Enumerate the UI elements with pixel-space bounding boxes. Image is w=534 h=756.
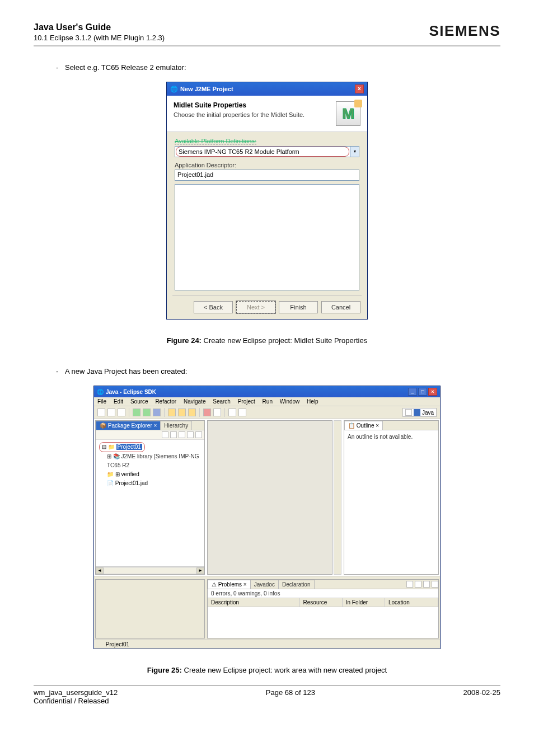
filter-icon[interactable] — [406, 581, 413, 588]
descriptor-area — [175, 184, 359, 290]
col-infolder[interactable]: In Folder — [343, 598, 385, 607]
toolbar-icon[interactable] — [153, 408, 161, 416]
tab-package-explorer[interactable]: 📦 Package Explorer × — [96, 421, 161, 430]
midlet-suite-subtitle: Choose the initial properties for the Mi… — [174, 111, 336, 118]
toolbar-icon[interactable] — [107, 408, 115, 416]
figure-25-label: Figure 25: — [147, 666, 182, 674]
new-package-icon[interactable] — [178, 408, 186, 416]
ide-toolbar: Java — [94, 406, 440, 419]
tree-project-label: Project01 — [116, 444, 142, 450]
toolbar-icon[interactable] — [118, 408, 125, 416]
close-icon[interactable]: × — [428, 388, 437, 396]
scroll-left-icon[interactable]: ◄ — [96, 567, 104, 574]
project-tree[interactable]: ⊟ 📁 Project01 ⊞ 📚 J2ME library [Siemens … — [96, 440, 204, 490]
chevron-down-icon[interactable]: ▾ — [350, 147, 359, 157]
midlet-m-glyph: M — [342, 105, 354, 123]
finish-button[interactable]: Finish — [279, 301, 318, 313]
midlet-suite-title: Midlet Suite Properties — [174, 101, 336, 109]
figure-25-wrap: 🌐 Java - Eclipse SDK _ □ × File Edit Sou… — [34, 386, 500, 649]
menu-navigate[interactable]: Navigate — [184, 398, 205, 405]
menu-window[interactable]: Window — [280, 398, 300, 405]
bullet-2-text: A new Java Project has been created: — [65, 367, 187, 375]
back-icon[interactable] — [228, 408, 236, 416]
footer-filename: wm_java_usersguide_v12 — [34, 688, 118, 697]
open-perspective-icon[interactable] — [405, 409, 412, 416]
app-descriptor-label: Application Descriptor: — [175, 162, 359, 168]
menu-icon[interactable] — [415, 581, 421, 588]
close-icon[interactable]: × — [355, 84, 364, 93]
minimize-view-icon[interactable] — [423, 581, 430, 588]
col-resource[interactable]: Resource — [300, 598, 343, 607]
menu-source[interactable]: Source — [130, 398, 148, 405]
figure-25-text: Create new Eclipse project: work area wi… — [182, 666, 387, 674]
maximize-icon[interactable]: □ — [418, 388, 427, 396]
tree-verified-folder[interactable]: ⊞ verified — [107, 470, 201, 479]
scroll-right-icon[interactable]: ► — [196, 567, 204, 574]
problems-columns: Description Resource In Folder Location — [208, 598, 438, 607]
menu-project[interactable]: Project — [238, 398, 255, 405]
siemens-logo: SIEMENS — [429, 22, 500, 40]
tree-library-label: J2ME library [Siemens IMP-NG TC65 R2 — [107, 453, 199, 468]
page-footer: wm_java_usersguide_v12 Page 68 of 123 20… — [34, 685, 500, 705]
platform-combo-value: Siemens IMP-NG TC65 R2 Module Platform — [176, 147, 349, 157]
ide-title-text: Java - Eclipse SDK — [106, 389, 156, 395]
next-button[interactable]: Next > — [236, 301, 275, 313]
toolbar-icon[interactable] — [188, 408, 196, 416]
app-descriptor-field[interactable]: Project01.jad — [175, 170, 359, 181]
debug-icon[interactable] — [133, 408, 140, 416]
new-j2me-dialog: 🌐 New J2ME Project × Midlet Suite Proper… — [166, 82, 368, 320]
editor-trim — [334, 420, 341, 575]
menu-icon[interactable] — [195, 431, 202, 438]
forward-icon[interactable] — [238, 408, 246, 416]
back-icon[interactable] — [162, 431, 168, 438]
menu-run[interactable]: Run — [263, 398, 273, 405]
run-icon[interactable] — [143, 408, 151, 416]
link-icon[interactable] — [187, 431, 194, 438]
package-explorer-view: 📦 Package Explorer × Hierarchy — [95, 420, 205, 575]
eclipse-ide-window: 🌐 Java - Eclipse SDK _ □ × File Edit Sou… — [93, 386, 441, 649]
tab-outline[interactable]: 📋 Outline × — [344, 421, 383, 430]
horizontal-scrollbar[interactable]: ◄ ► — [96, 566, 204, 574]
ide-statusbar: Project01 — [94, 640, 440, 649]
col-location[interactable]: Location — [385, 598, 438, 607]
new-class-icon[interactable] — [168, 408, 176, 416]
perspective-switcher[interactable]: Java — [402, 408, 437, 417]
tab-problems-label: Problems — [218, 581, 242, 588]
tab-declaration[interactable]: Declaration — [278, 580, 315, 589]
maximize-view-icon[interactable] — [432, 581, 438, 588]
tab-hierarchy[interactable]: Hierarchy — [160, 421, 192, 430]
menu-help[interactable]: Help — [307, 398, 318, 405]
footer-classification: Confidential / Released — [34, 697, 500, 705]
col-description[interactable]: Description — [208, 598, 300, 607]
tree-jad-file[interactable]: Project01.jad — [107, 479, 201, 488]
menu-refactor[interactable]: Refactor — [155, 398, 176, 405]
problems-summary: 0 errors, 0 warnings, 0 infos — [208, 589, 438, 598]
dialog-titlebar[interactable]: 🌐 New J2ME Project × — [167, 82, 367, 96]
ide-menubar[interactable]: File Edit Source Refactor Navigate Searc… — [94, 397, 440, 406]
collapse-icon[interactable] — [179, 431, 185, 438]
forward-icon[interactable] — [170, 431, 177, 438]
platform-combo[interactable]: Siemens IMP-NG TC65 R2 Module Platform ▾ — [175, 146, 359, 157]
figure-24-text: Create new Eclipse project: Midlet Suite… — [202, 336, 367, 345]
ide-titlebar[interactable]: 🌐 Java - Eclipse SDK _ □ × — [94, 386, 440, 397]
tab-outline-label: Outline — [357, 422, 374, 429]
tree-library-node[interactable]: ⊞ 📚 J2ME library [Siemens IMP-NG TC65 R2 — [107, 452, 201, 470]
menu-edit[interactable]: Edit — [114, 398, 123, 405]
toolbar-icon[interactable] — [203, 408, 211, 416]
footer-date: 2008-02-25 — [463, 688, 500, 697]
menu-search[interactable]: Search — [213, 398, 231, 405]
search-icon[interactable] — [213, 408, 221, 416]
tab-javadoc[interactable]: Javadoc — [250, 580, 279, 589]
toolbar-icon[interactable] — [97, 408, 105, 416]
cancel-button[interactable]: Cancel — [321, 301, 360, 313]
tree-verified-label: verified — [121, 471, 139, 477]
back-button[interactable]: < Back — [194, 301, 233, 313]
midlet-icon: M — [336, 101, 360, 126]
tab-problems[interactable]: ⚠ Problems × — [208, 580, 251, 589]
tree-project-node[interactable]: ⊟ 📁 Project01 — [99, 442, 145, 452]
tree-jad-label: Project01.jad — [115, 480, 148, 486]
minimize-icon[interactable]: _ — [408, 388, 417, 396]
figure-24-label: Figure 24: — [167, 336, 202, 345]
menu-file[interactable]: File — [97, 398, 106, 405]
problems-body — [208, 607, 438, 638]
